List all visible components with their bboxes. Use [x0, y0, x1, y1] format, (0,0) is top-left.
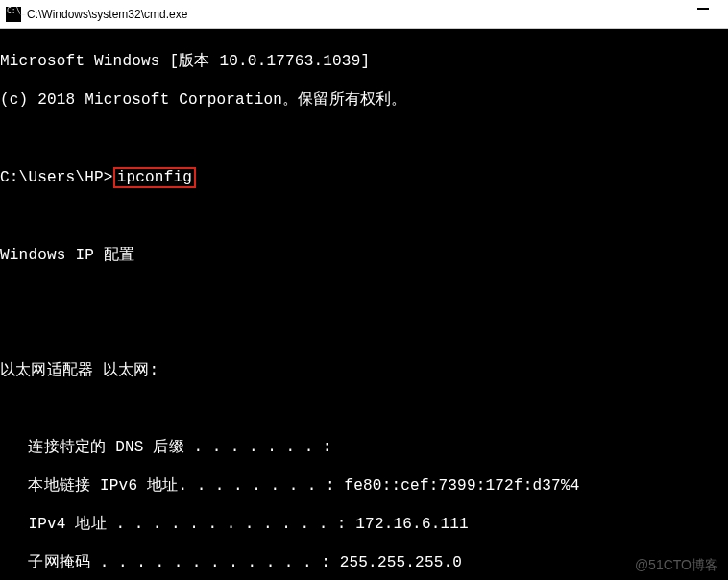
- cmd-icon: [6, 7, 21, 22]
- window-title: C:\Windows\system32\cmd.exe: [27, 8, 187, 21]
- prompt-prefix: C:\Users\HP>: [0, 169, 113, 186]
- version-line: Microsoft Windows [版本 10.0.17763.1039]: [0, 52, 728, 71]
- eth-ipv4: IPv4 地址 . . . . . . . . . . . . : 172.16…: [0, 515, 728, 534]
- command-highlight: ipconfig: [113, 167, 196, 188]
- blank: [0, 284, 728, 303]
- eth-mask: 子网掩码 . . . . . . . . . . . . : 255.255.2…: [0, 553, 728, 572]
- terminal-output[interactable]: Microsoft Windows [版本 10.0.17763.1039] (…: [0, 29, 728, 580]
- minimize-icon[interactable]: [697, 8, 709, 10]
- ipconfig-title: Windows IP 配置: [0, 246, 728, 265]
- eth-dns: 连接特定的 DNS 后缀 . . . . . . . :: [0, 438, 728, 457]
- blank: [0, 129, 728, 148]
- copyright-line: (c) 2018 Microsoft Corporation。保留所有权利。: [0, 90, 728, 109]
- eth-ipv6: 本地链接 IPv6 地址. . . . . . . . : fe80::cef:…: [0, 476, 728, 495]
- prompt-line: C:\Users\HP>ipconfig: [0, 167, 728, 188]
- blank: [0, 323, 728, 342]
- adapter-ethernet-title: 以太网适配器 以太网:: [0, 361, 728, 380]
- window-titlebar[interactable]: C:\Windows\system32\cmd.exe: [0, 0, 728, 29]
- watermark: @51CTO博客: [635, 557, 718, 574]
- blank: [0, 399, 728, 419]
- blank: [0, 207, 728, 227]
